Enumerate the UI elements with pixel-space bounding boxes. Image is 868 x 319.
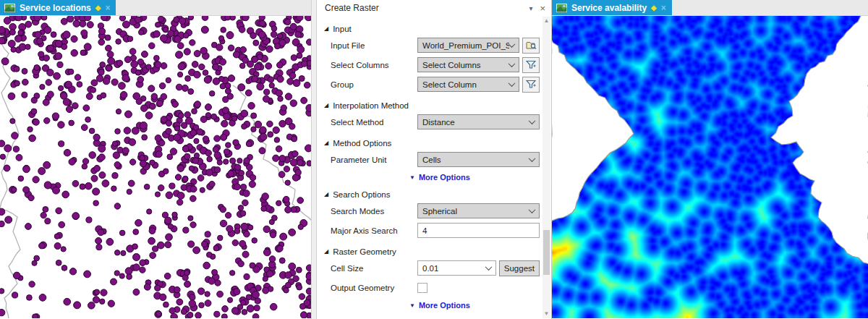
filter-funnel-icon <box>526 60 536 69</box>
tool-titlebar: Create Raster ▾ × <box>317 0 551 16</box>
link-view-icon[interactable]: ◆ <box>95 4 101 12</box>
dock-menu-icon[interactable]: ▾ <box>529 4 532 12</box>
left-tabbar: Service locations ◆ × <box>0 0 311 16</box>
close-tab-icon[interactable]: × <box>661 4 666 12</box>
service-availability-heatmap[interactable] <box>552 16 868 318</box>
output-geometry-checkbox[interactable] <box>417 283 427 293</box>
scrollbar-thumb[interactable] <box>543 230 550 275</box>
tab-title: Service avalability <box>571 3 647 13</box>
chevron-down-icon <box>529 155 536 162</box>
collapse-triangle-icon: ◢ <box>324 249 328 255</box>
field-label: Search Modes <box>331 207 417 216</box>
folder-browse-icon <box>526 41 537 50</box>
select-method-combo[interactable]: Distance <box>417 114 540 129</box>
field-label: Parameter Unit <box>331 156 417 164</box>
field-label: Input File <box>331 41 417 50</box>
section-label: Method Options <box>333 139 391 148</box>
field-label: Cell Size <box>331 264 417 273</box>
combo-value: World_Premium_POI_S <box>422 41 509 50</box>
tool-title: Create Raster <box>325 3 522 13</box>
field-label: Output Geometry <box>331 284 417 292</box>
tool-scrollbar[interactable]: ▲ ▼ <box>542 17 550 318</box>
right-tabbar: Service avalability ◆ × <box>552 0 868 16</box>
close-tab-icon[interactable]: × <box>105 4 110 12</box>
row-search-modes: Search Modes Spherical <box>324 201 540 221</box>
collapse-triangle-icon: ◢ <box>324 140 328 146</box>
field-label: Group <box>331 80 417 89</box>
collapse-triangle-icon: ◢ <box>324 192 328 197</box>
collapse-triangle-icon: ◢ <box>324 103 328 109</box>
more-options-label: More Options <box>419 173 470 182</box>
row-input-file: Input File World_Premium_POI_S <box>324 35 540 55</box>
scrollbar-track[interactable] <box>542 25 550 310</box>
map-view-icon <box>556 4 567 12</box>
scroll-up-icon[interactable]: ▲ <box>544 17 550 25</box>
major-axis-search-input[interactable]: 4 <box>417 223 540 238</box>
group-combo[interactable]: Select Column <box>417 77 519 92</box>
combo-value: Select Column <box>422 80 509 89</box>
section-header-interpolation[interactable]: ◢ Interpolation Method <box>324 99 540 111</box>
chevron-down-icon <box>529 206 536 213</box>
browse-file-button[interactable] <box>522 38 540 54</box>
section-header-search-options[interactable]: ◢ Search Options <box>324 188 540 200</box>
close-pane-icon[interactable]: × <box>540 3 545 14</box>
row-select-method: Select Method Distance <box>324 112 540 132</box>
combo-value: Distance <box>422 118 529 127</box>
chevron-down-icon <box>509 80 516 87</box>
row-group: Group Select Column <box>324 75 540 94</box>
tab-service-locations[interactable]: Service locations ◆ × <box>0 0 116 15</box>
chevron-down-icon <box>509 41 516 48</box>
field-label: Major Axis Search <box>331 226 417 235</box>
search-modes-combo[interactable]: Spherical <box>417 203 540 218</box>
create-raster-pane: Create Raster ▾ × ◢ Input Input File Wor… <box>317 0 552 319</box>
parameter-unit-combo[interactable]: Cells <box>417 152 540 167</box>
combo-value: 0.01 <box>422 264 486 273</box>
section-header-output[interactable]: ◢ Output <box>324 316 540 319</box>
combo-value: Cells <box>422 156 529 164</box>
section-label: Interpolation Method <box>333 101 409 110</box>
row-cell-size: Cell Size 0.01 Suggest <box>324 258 540 278</box>
tool-form: ◢ Input Input File World_Premium_POI_S <box>317 16 551 319</box>
chevron-down-icon <box>485 263 492 271</box>
panel-divider[interactable] <box>311 0 317 319</box>
filter-group-button[interactable] <box>522 77 540 93</box>
service-locations-panel: Service locations ◆ × <box>0 0 311 319</box>
field-label: Select Columns <box>331 61 417 69</box>
combo-value: Spherical <box>422 207 529 216</box>
field-label: Select Method <box>331 118 417 127</box>
row-select-columns: Select Columns Select Columns <box>324 55 540 75</box>
tab-service-availability[interactable]: Service avalability ◆ × <box>552 0 672 15</box>
tab-title: Service locations <box>20 3 91 13</box>
chevron-down-icon <box>509 60 516 67</box>
row-parameter-unit: Parameter Unit Cells <box>324 150 540 169</box>
row-output-geometry: Output Geometry <box>324 278 540 297</box>
expander-arrow-icon: ▼ <box>409 302 415 309</box>
map-view-icon <box>4 4 15 12</box>
more-options-label: More Options <box>419 301 470 310</box>
scroll-down-icon[interactable]: ▼ <box>544 310 550 318</box>
section-header-raster-geometry[interactable]: ◢ Raster Geometry <box>324 245 540 258</box>
service-locations-map[interactable] <box>0 16 311 318</box>
filter-columns-button[interactable] <box>522 57 540 73</box>
expander-arrow-icon: ▼ <box>409 174 415 181</box>
chevron-down-icon <box>529 117 536 124</box>
input-file-combo[interactable]: World_Premium_POI_S <box>417 38 519 53</box>
filter-funnel-icon <box>526 80 536 89</box>
section-header-input[interactable]: ◢ Input <box>324 22 540 35</box>
cell-size-combo[interactable]: 0.01 <box>417 260 496 276</box>
section-label: Raster Geometry <box>333 247 396 256</box>
section-header-method-options[interactable]: ◢ Method Options <box>324 137 540 149</box>
more-options-link-1[interactable]: ▼ More Options <box>409 171 540 183</box>
more-options-link-2[interactable]: ▼ More Options <box>409 299 540 311</box>
section-label: Search Options <box>333 190 390 199</box>
service-availability-panel: Service avalability ◆ × <box>552 0 868 319</box>
link-view-icon[interactable]: ◆ <box>651 4 657 12</box>
row-major-axis-search: Major Axis Search 4 <box>324 221 540 240</box>
suggest-button[interactable]: Suggest <box>499 260 540 276</box>
select-columns-combo[interactable]: Select Columns <box>417 57 519 72</box>
collapse-triangle-icon: ◢ <box>324 26 328 32</box>
gis-application: Service locations ◆ × Create Raster ▾ × … <box>0 0 868 319</box>
section-label: Input <box>333 25 352 33</box>
combo-value: Select Columns <box>422 61 509 69</box>
